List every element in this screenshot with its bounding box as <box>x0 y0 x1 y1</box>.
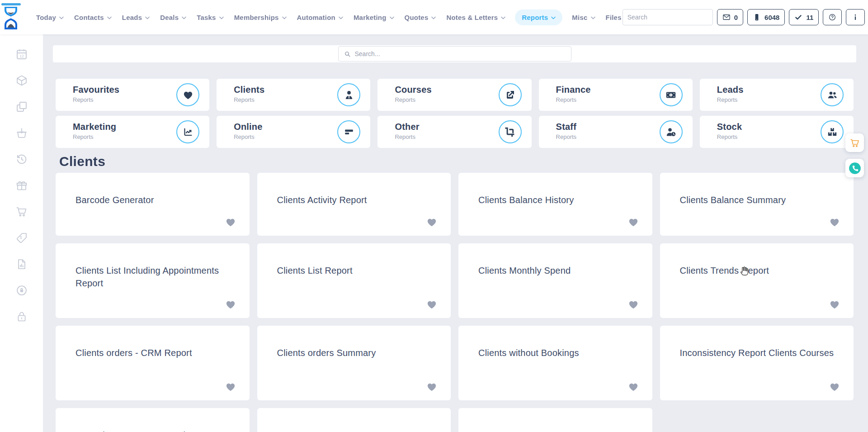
category-card-favourites[interactable]: Favourites Reports <box>56 79 209 111</box>
lock-icon[interactable] <box>15 310 28 323</box>
report-card-clients-monthly-spend[interactable]: Clients Monthly Spend <box>458 243 652 318</box>
svg-text:$: $ <box>19 236 22 240</box>
report-card-clients-list-including-appointments-report[interactable]: Clients List Including Appointments Repo… <box>56 243 250 318</box>
menu-item-notes-letters[interactable]: Notes & Letters <box>445 9 506 25</box>
reports-search-input[interactable] <box>355 50 566 57</box>
report-card-clients-list-report[interactable]: Clients List Report <box>257 243 451 318</box>
question-circle-icon <box>828 13 836 21</box>
copy-icon[interactable] <box>15 100 28 113</box>
main-menu: Today Contacts Leads Deals Tasks Members… <box>35 9 623 25</box>
phone-circle-icon <box>849 162 861 175</box>
price-tag-icon[interactable]: $ <box>15 232 28 244</box>
envelope-icon <box>722 13 731 21</box>
favourite-heart-icon[interactable] <box>426 217 437 228</box>
category-card-other[interactable]: Other Reports <box>377 116 531 148</box>
menu-item-today[interactable]: Today <box>35 9 65 25</box>
external-link-icon <box>499 83 522 106</box>
cart-icon <box>849 138 860 148</box>
report-card-clients-activity-report[interactable]: Clients Activity Report <box>257 173 451 236</box>
menu-item-contacts[interactable]: Contacts <box>73 9 113 25</box>
chevron-down-icon <box>431 16 436 19</box>
report-card-inconsistency-report-services[interactable]: Inconsistency Report Services <box>56 408 250 432</box>
favourite-heart-icon[interactable] <box>628 381 639 392</box>
help-button[interactable] <box>823 9 842 25</box>
top-navbar: Today Contacts Leads Deals Tasks Members… <box>0 0 868 34</box>
menu-item-marketing[interactable]: Marketing <box>353 9 395 25</box>
favourite-heart-icon[interactable] <box>829 217 840 228</box>
tasks-counter-button[interactable]: 11 <box>789 9 819 25</box>
favourite-heart-icon[interactable] <box>628 299 639 310</box>
navbar-right: 0604811 LONDON SUPPORT <box>623 6 868 28</box>
whatsapp-floating-button[interactable] <box>845 159 864 177</box>
chevron-down-icon <box>219 16 224 19</box>
chart-line-icon <box>176 120 199 143</box>
menu-item-quotes[interactable]: Quotes <box>404 9 437 25</box>
report-card-report-consent-forms[interactable]: Report Consent Forms <box>458 408 652 432</box>
report-card-clients-balance-summary[interactable]: Clients Balance Summary <box>660 173 854 236</box>
category-card-stock[interactable]: Stock Reports <box>700 116 854 148</box>
menu-item-files[interactable]: Files <box>605 9 623 25</box>
category-card-marketing[interactable]: Marketing Reports <box>56 116 209 148</box>
menu-item-automation[interactable]: Automation <box>296 9 344 25</box>
favourite-heart-icon[interactable] <box>829 381 840 392</box>
heart-icon <box>176 83 199 106</box>
menu-item-tasks[interactable]: Tasks <box>196 9 224 25</box>
chevron-down-icon <box>551 16 556 19</box>
cart-floating-button[interactable] <box>845 133 864 152</box>
category-card-leads[interactable]: Leads Reports <box>700 79 854 111</box>
report-categories: Favourites Reports Clients Reports Cours… <box>56 79 854 148</box>
reports-search <box>338 46 571 62</box>
messages-counter-button[interactable]: 0 <box>717 9 743 25</box>
report-card-barcode-generator[interactable]: Barcode Generator <box>56 173 250 236</box>
report-card-clients-balance-history[interactable]: Clients Balance History <box>458 173 652 236</box>
favourite-heart-icon[interactable] <box>426 381 437 392</box>
hourglass-logo-icon <box>0 3 24 31</box>
report-card-clients-orders-crm-report[interactable]: Clients orders - CRM Report <box>56 326 250 400</box>
check-icon <box>794 13 802 21</box>
chevron-down-icon <box>339 16 343 19</box>
chevron-down-icon <box>107 16 112 19</box>
report-card-clients-orders-summary[interactable]: Clients orders Summary <box>257 326 451 400</box>
menu-item-deals[interactable]: Deals <box>159 9 187 25</box>
basket-icon[interactable] <box>15 127 28 139</box>
report-card-repeat-customers-report[interactable]: Repeat Customers Report <box>257 408 451 432</box>
category-card-clients[interactable]: Clients Reports <box>217 79 370 111</box>
package-icon[interactable] <box>15 74 28 87</box>
info-button[interactable] <box>846 9 865 25</box>
account-security-icon[interactable] <box>15 284 28 297</box>
mobile-icon <box>753 13 761 21</box>
users-icon <box>821 83 844 106</box>
category-card-finance[interactable]: Finance Reports <box>539 79 693 111</box>
chevron-down-icon <box>59 16 64 19</box>
favourite-heart-icon[interactable] <box>628 217 639 228</box>
money-bill-icon <box>660 83 683 106</box>
gift-icon[interactable] <box>15 179 28 192</box>
navbar-search <box>623 9 713 25</box>
search-icon <box>344 51 351 57</box>
category-card-staff[interactable]: Staff Reports <box>539 116 693 148</box>
favourite-heart-icon[interactable] <box>225 381 236 392</box>
history-icon[interactable] <box>15 153 28 166</box>
user-clock-icon <box>660 120 683 143</box>
menu-item-leads[interactable]: Leads <box>121 9 151 25</box>
calls-counter-button[interactable]: 6048 <box>747 9 785 25</box>
chevron-down-icon <box>390 16 394 19</box>
report-file-icon[interactable] <box>15 258 28 271</box>
report-card-inconsistency-report-clients-courses[interactable]: Inconsistency Report Clients Courses <box>660 326 854 400</box>
menu-item-reports[interactable]: Reports <box>515 9 562 25</box>
app-logo[interactable] <box>0 3 24 31</box>
favourite-heart-icon[interactable] <box>225 299 236 310</box>
menu-item-memberships[interactable]: Memberships <box>233 9 288 25</box>
reports-search-bar <box>53 45 856 62</box>
favourite-heart-icon[interactable] <box>829 299 840 310</box>
report-card-clients-without-bookings[interactable]: Clients without Bookings <box>458 326 652 400</box>
favourite-heart-icon[interactable] <box>225 217 236 228</box>
cart-icon[interactable] <box>15 205 28 218</box>
category-card-courses[interactable]: Courses Reports <box>377 79 531 111</box>
menu-item-misc[interactable]: Misc <box>571 9 596 25</box>
category-card-online[interactable]: Online Reports <box>217 116 370 148</box>
favourite-heart-icon[interactable] <box>426 299 437 310</box>
calendar-icon[interactable]: 12 <box>15 48 28 61</box>
report-card-clients-trends-report[interactable]: Clients Trends Report <box>660 243 854 318</box>
navbar-search-input[interactable] <box>623 14 713 21</box>
